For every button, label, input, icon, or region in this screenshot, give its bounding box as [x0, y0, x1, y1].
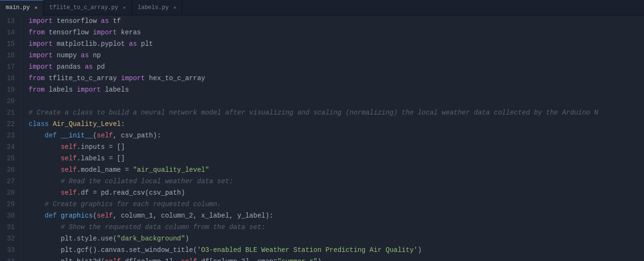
tab-main-py[interactable]: main.py ✕ — [0, 0, 43, 15]
code-line-33: plt.gcf().canvas.set_window_title('O3-en… — [29, 244, 644, 256]
tab-bar: main.py ✕ tflite_to_c_array.py ✕ labels.… — [0, 0, 644, 15]
code-line-30: def graphics(self, column_1, column_2, x… — [29, 210, 644, 221]
tab-main-py-label: main.py — [6, 4, 30, 11]
code-line-25: self.labels = [] — [29, 153, 644, 164]
code-line-20 — [29, 95, 644, 107]
code-line-27: # Read the collated local weather data s… — [29, 176, 644, 187]
tab-tflite[interactable]: tflite_to_c_array.py ✕ — [43, 0, 132, 15]
tab-labels[interactable]: labels.py ✕ — [132, 0, 183, 15]
code-line-14: from tensorflow import keras — [29, 27, 644, 38]
code-line-31: # Show the requested data column from th… — [29, 221, 644, 233]
code-line-16: import numpy as np — [29, 50, 644, 61]
tab-main-py-close[interactable]: ✕ — [34, 5, 37, 10]
code-line-29: # Create graphics for each requested col… — [29, 198, 644, 210]
editor-area: 13 14 15 16 17 18 19 20 21 22 23 24 25 2… — [0, 15, 644, 261]
code-area[interactable]: import tensorflow as tf from tensorflow … — [21, 15, 644, 261]
code-line-34: plt.hist2d(self.df[column_1], self.df[co… — [29, 256, 644, 261]
line-numbers: 13 14 15 16 17 18 19 20 21 22 23 24 25 2… — [0, 15, 21, 261]
tab-labels-label: labels.py — [138, 4, 169, 11]
code-line-18: from tflite_to_c_array import hex_to_c_a… — [29, 73, 644, 84]
code-line-28: self.df = pd.read_csv(csv_path) — [29, 187, 644, 198]
tab-tflite-close[interactable]: ✕ — [123, 5, 126, 10]
code-line-21: # Create a class to build a neural netwo… — [29, 107, 644, 118]
code-line-23: def __init__(self, csv_path): — [29, 130, 644, 141]
code-line-17: import pandas as pd — [29, 61, 644, 73]
tab-labels-close[interactable]: ✕ — [173, 5, 176, 10]
editor-container: main.py ✕ tflite_to_c_array.py ✕ labels.… — [0, 0, 644, 261]
code-line-15: import matplotlib.pyplot as plt — [29, 38, 644, 50]
code-line-22: class Air_Quality_Level: — [29, 118, 644, 130]
code-line-32: plt.style.use("dark_background") — [29, 233, 644, 244]
code-line-24: self.inputs = [] — [29, 141, 644, 153]
code-line-19: from labels import labels — [29, 84, 644, 95]
tab-tflite-label: tflite_to_c_array.py — [49, 4, 118, 11]
code-line-26: self.model_name = "air_quality_level" — [29, 164, 644, 176]
code-line-13: import tensorflow as tf — [29, 15, 644, 27]
